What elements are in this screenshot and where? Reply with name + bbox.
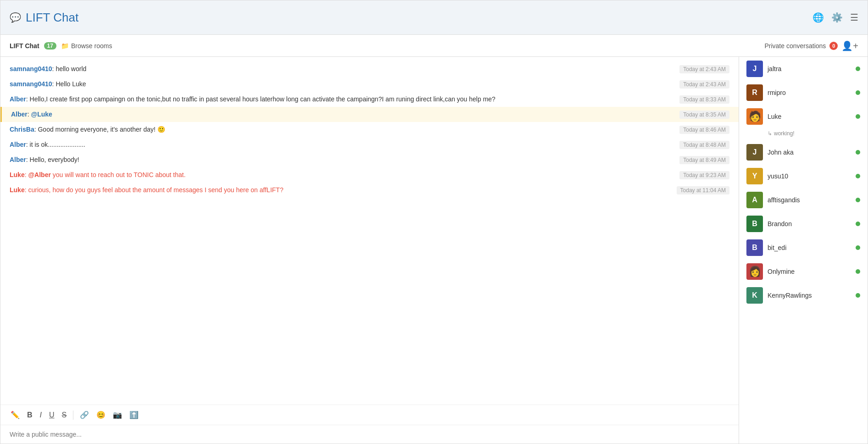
message-content: Luke: @Alber you will want to reach out … (10, 170, 670, 180)
app-header: 💬 LIFT Chat 🌐 ⚙️ ☰ (0, 0, 868, 35)
message-timestamp: Today at 2:43 AM (679, 65, 729, 73)
chat-icon: 💬 (10, 12, 21, 23)
message-text: @Luke (31, 111, 52, 118)
user-info: Onlymine (768, 268, 851, 275)
settings-icon-button[interactable]: ⚙️ (831, 12, 843, 23)
message-timestamp: Today at 8:33 AM (679, 95, 729, 104)
user-name: Brandon (768, 220, 792, 228)
message-timestamp: Today at 2:43 AM (679, 80, 729, 89)
user-info: afftisgandis (768, 196, 851, 204)
message-author[interactable]: Alber (11, 111, 28, 118)
upload-button[interactable]: ⬆️ (127, 409, 141, 421)
message-author[interactable]: samnang0410 (10, 65, 52, 72)
room-title: LIFT Chat (10, 42, 39, 50)
user-name: Luke (768, 113, 781, 120)
message-author[interactable]: samnang0410 (10, 80, 52, 88)
browse-rooms-label: Browse rooms (71, 42, 112, 50)
emoji-button[interactable]: 😊 (94, 409, 108, 421)
message-text: it is ok..................... (30, 141, 85, 148)
message-separator: : (26, 95, 30, 103)
message-text: Hello,I create first pop campaingn on th… (30, 95, 495, 103)
table-row: Alber: Hello,I create first pop campaing… (0, 92, 739, 107)
avatar: 👩 (746, 263, 763, 280)
mention: @Alber (28, 171, 50, 178)
message-content: Alber: @Luke (11, 110, 670, 119)
message-content: Alber: Hello, everybody! (10, 155, 670, 165)
online-status-indicator (856, 222, 860, 226)
status-arrow-icon: ↳ (768, 130, 772, 137)
message-timestamp: Today at 8:46 AM (679, 126, 729, 134)
pen-button[interactable]: ✏️ (8, 409, 22, 421)
list-item[interactable]: B Brandon (739, 212, 868, 236)
browse-rooms-button[interactable]: 📁 Browse rooms (61, 42, 112, 50)
chat-area: samnang0410: hello world Today at 2:43 A… (0, 57, 739, 444)
list-item[interactable]: B bit_edi (739, 236, 868, 260)
avatar: 🧑 (746, 108, 763, 125)
message-text: hello world (56, 65, 86, 72)
table-row: Alber: @Luke Today at 8:35 AM (0, 107, 739, 122)
message-author[interactable]: Alber (10, 156, 26, 163)
message-author[interactable]: ChrisBa (10, 126, 34, 133)
list-item[interactable]: 👩 Onlymine (739, 260, 868, 283)
message-content: samnang0410: Hello Luke (10, 79, 670, 89)
message-author[interactable]: Alber (10, 95, 26, 103)
globe-icon-button[interactable]: 🌐 (812, 12, 824, 23)
user-status-text: working! (774, 130, 795, 137)
online-status-indicator (856, 90, 860, 95)
bold-button[interactable]: B (24, 409, 35, 421)
strikethrough-button[interactable]: S (59, 409, 70, 421)
table-row: Luke: @Alber you will want to reach out … (0, 167, 739, 183)
message-toolbar: ✏️ B I U S 🔗 😊 📷 ⬆️ (0, 405, 739, 425)
message-timestamp: Today at 9:23 AM (679, 171, 729, 179)
menu-icon-button[interactable]: ☰ (850, 12, 858, 23)
message-content: ChrisBa: Good morning everyone, it's ano… (10, 125, 670, 134)
sub-header-right: Private conversations 0 👤+ (764, 40, 858, 51)
message-author[interactable]: Alber (10, 141, 26, 148)
table-row: samnang0410: hello world Today at 2:43 A… (0, 61, 739, 77)
message-content: samnang0410: hello world (10, 64, 670, 74)
add-user-button[interactable]: 👤+ (841, 40, 858, 51)
message-separator: : (26, 141, 30, 148)
messages-container[interactable]: samnang0410: hello world Today at 2:43 A… (0, 57, 739, 405)
online-status-indicator (856, 293, 860, 298)
user-info: bit_edi (768, 244, 851, 251)
list-item[interactable]: Y yusu10 (739, 164, 868, 188)
message-input[interactable] (10, 431, 729, 438)
avatar: Y (746, 168, 763, 184)
user-info: rmipro (768, 89, 851, 96)
message-author[interactable]: Luke (10, 186, 25, 194)
user-name: bit_edi (768, 244, 786, 251)
online-status-indicator (856, 269, 860, 274)
list-item[interactable]: 🧑 Luke ↳ working! (739, 105, 868, 140)
underline-button[interactable]: U (46, 409, 57, 421)
camera-button[interactable]: 📷 (110, 409, 125, 421)
message-timestamp: Today at 8:35 AM (679, 111, 729, 119)
message-text: @Alber you will want to reach out to TON… (28, 171, 185, 178)
user-info: KennyRawlings (768, 292, 851, 299)
table-row: ChrisBa: Good morning everyone, it's ano… (0, 122, 739, 137)
message-text: curious, how do you guys feel about the … (28, 186, 283, 194)
user-info: Brandon (768, 220, 851, 228)
message-author[interactable]: Luke (10, 171, 25, 178)
message-content: Alber: it is ok..................... (10, 140, 670, 150)
italic-button[interactable]: I (37, 409, 45, 421)
online-status-indicator (856, 174, 860, 178)
list-item[interactable]: J John aka (739, 140, 868, 164)
message-text: Good morning everyone, it's another day!… (38, 126, 165, 133)
list-item[interactable]: K KennyRawlings (739, 283, 868, 307)
list-item[interactable]: A afftisgandis (739, 188, 868, 212)
user-info: jaltra (768, 65, 851, 72)
user-info: John aka (768, 149, 851, 156)
message-separator: : (28, 111, 31, 118)
avatar: K (746, 287, 763, 304)
user-name: John aka (768, 149, 794, 156)
online-status-indicator (856, 245, 860, 250)
user-name: rmipro (768, 89, 786, 96)
users-sidebar: J jaltra R rmipro 🧑 Luke (739, 57, 868, 444)
folder-icon: 📁 (61, 42, 69, 50)
link-button[interactable]: 🔗 (77, 409, 92, 421)
user-info: Luke (768, 113, 851, 120)
list-item[interactable]: R rmipro (739, 81, 868, 105)
list-item[interactable]: J jaltra (739, 57, 868, 81)
message-content: Luke: curious, how do you guys feel abou… (10, 185, 668, 195)
